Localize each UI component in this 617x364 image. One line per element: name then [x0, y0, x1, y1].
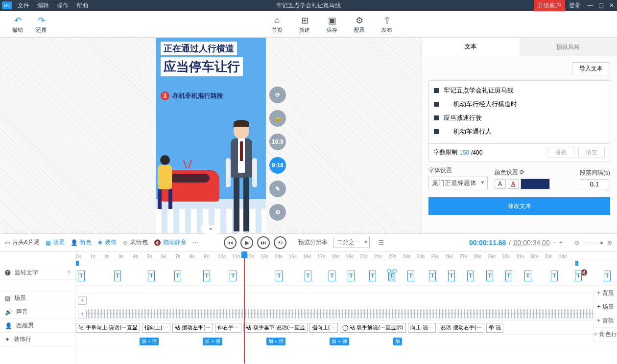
redo-button[interactable]: ↷还原: [29, 15, 53, 34]
menu-edit[interactable]: 编辑: [33, 1, 53, 10]
zoom-out-icon[interactable]: ⊖: [574, 239, 579, 246]
prev-button[interactable]: ⏮: [224, 236, 237, 249]
track-decor-label[interactable]: ✦ 装饰行: [0, 333, 75, 346]
tag-mute[interactable]: 🔇 拖动静音: [154, 238, 187, 247]
track-sound[interactable]: +: [76, 307, 617, 321]
ratio-9-16-button[interactable]: 9:16: [269, 157, 286, 174]
text-item[interactable]: 应当减速行驶: [434, 111, 605, 125]
text-clip[interactable]: T: [448, 271, 455, 281]
layers-icon[interactable]: ☰: [379, 239, 384, 246]
action-clip[interactable]: 站-手掌向上-说话(一直显: [76, 323, 140, 333]
menu-help[interactable]: 帮助: [72, 1, 92, 10]
expand-down-icon[interactable]: ▾: [201, 226, 220, 234]
text-clip[interactable]: T: [369, 271, 376, 281]
publish-button[interactable]: ⇧发布: [375, 15, 399, 34]
tag-scene[interactable]: ▦ 场景: [46, 238, 65, 247]
color-swatch[interactable]: [521, 179, 550, 189]
more-icon[interactable]: ⋯: [192, 239, 198, 246]
text-clip[interactable]: T: [429, 271, 436, 281]
playhead[interactable]: [244, 251, 245, 364]
tag-head-tail[interactable]: ▭ 片头&片尾: [5, 238, 40, 247]
text-clip[interactable]: T: [276, 271, 283, 281]
decor-clip[interactable]: 加 + 强: [140, 338, 159, 345]
add-sound-button[interactable]: +: [78, 310, 87, 318]
action-clip[interactable]: 伸右手⋯: [215, 323, 241, 333]
add-background-button[interactable]: + 背景: [594, 287, 617, 300]
text-clip[interactable]: T: [203, 271, 210, 281]
text-clip[interactable]: T: [524, 271, 531, 281]
import-text-button[interactable]: 导入文本: [572, 62, 610, 75]
decor-clip[interactable]: 加: [393, 338, 402, 345]
login-button[interactable]: 登录: [565, 1, 585, 10]
menu-file[interactable]: 文件: [14, 1, 33, 10]
text-clip[interactable]: T: [305, 271, 311, 281]
add-scene-button[interactable]: +: [78, 296, 87, 305]
home-button[interactable]: ⌂首页: [265, 15, 289, 34]
undo-button[interactable]: ↶撤销: [6, 15, 29, 34]
spacing-input[interactable]: [580, 179, 609, 189]
tag-decor[interactable]: ❖ 装饰: [97, 238, 117, 247]
text-list[interactable]: 牢记五点学会礼让斑马线 机动车行经人行横道时 应当减速行驶 机动车遇行人: [428, 80, 610, 144]
preview-select[interactable]: 二分之一: [333, 237, 370, 248]
track-man-label[interactable]: 👤 西服男: [0, 319, 75, 333]
text-clip[interactable]: T: [174, 271, 181, 281]
add-scene-track-button[interactable]: + 场景: [594, 300, 617, 314]
text-clip[interactable]: T: [486, 271, 493, 281]
menu-action[interactable]: 操作: [53, 1, 72, 10]
track-man[interactable]: 站-手掌向上-说话(一直显指向上(⋯站-摆动左手(一伸右手⋯站-双手垂下-说话(…: [76, 321, 617, 335]
text-clip[interactable]: T: [148, 271, 155, 281]
text-clip[interactable]: T: [551, 271, 558, 281]
text-clip[interactable]: T: [505, 271, 512, 281]
action-clip[interactable]: 拳-说: [486, 323, 504, 333]
lock-button[interactable]: 🔓: [269, 110, 286, 127]
add-audio-track-button[interactable]: + 音轨: [594, 314, 617, 328]
settings-button[interactable]: ⚙: [269, 204, 286, 221]
text-item[interactable]: 牢记五点学会礼让斑马线: [434, 84, 605, 97]
range-start-handle[interactable]: [76, 261, 79, 266]
range-end-handle[interactable]: [575, 261, 578, 266]
text-clip[interactable]: T: [407, 271, 414, 281]
text-clip[interactable]: T: [114, 271, 121, 281]
text-color-a-alt[interactable]: A: [508, 179, 519, 189]
text-clip[interactable]: T: [388, 271, 395, 281]
upgrade-button[interactable]: 升级账户: [534, 0, 565, 11]
config-button[interactable]: ⚙配置: [348, 15, 371, 34]
zoom-slider[interactable]: ────●: [583, 239, 603, 246]
tag-emoji[interactable]: ☺ 表情包: [122, 238, 148, 247]
tracks-area[interactable]: 0s1s2s3s4s5s6s7s8s9s10s11s12s13s14s15s16…: [76, 251, 617, 364]
close-icon[interactable]: ✕: [606, 2, 617, 9]
new-button[interactable]: ⊞新建: [293, 15, 316, 34]
tab-text[interactable]: 文本: [422, 38, 520, 56]
text-clip[interactable]: T: [575, 271, 582, 281]
tab-preset[interactable]: 预设风格: [520, 38, 617, 56]
action-clip[interactable]: 站-摆动左手(一: [172, 323, 213, 333]
track-text[interactable]: TTTTTTTTTTTTTTTTTTTTTT: [76, 266, 617, 286]
video-canvas[interactable]: 正在通过人行横道 应当停车让行 3 在机非机混行路段: [156, 38, 266, 233]
modify-text-button[interactable]: 修改文本: [428, 197, 610, 215]
clear-button[interactable]: 清空: [578, 147, 605, 158]
decor-clip[interactable]: 加 + 强: [266, 338, 285, 345]
zoom-in-icon[interactable]: ⊕: [607, 239, 612, 246]
text-item[interactable]: 机动车行经人行横道时: [434, 97, 605, 111]
add-role-track-button[interactable]: + 角色行: [594, 328, 617, 341]
save-button[interactable]: ▣保存: [320, 15, 344, 34]
loop-button[interactable]: ⟲: [274, 236, 286, 249]
text-clip[interactable]: T: [329, 271, 335, 281]
text-clip[interactable]: T: [230, 271, 237, 281]
time-total[interactable]: 00:00:34.00: [514, 239, 550, 247]
refresh-button[interactable]: ⟳: [269, 87, 286, 103]
replace-button[interactable]: 替换: [548, 147, 574, 158]
text-clip[interactable]: T: [348, 271, 355, 281]
track-sound-label[interactable]: 🔊 声音: [0, 305, 75, 319]
track-text-label[interactable]: 🅣 旋转文字?: [0, 266, 75, 280]
track-scene[interactable]: +: [76, 294, 617, 307]
minimize-icon[interactable]: —: [585, 2, 595, 9]
ratio-16-9-button[interactable]: 16:9: [269, 134, 286, 150]
action-clip[interactable]: 站-双手垂下-说话(一直显: [243, 323, 308, 333]
text-clip[interactable]: T: [467, 271, 474, 281]
action-clip[interactable]: 指向上(⋯: [309, 323, 338, 333]
range-bar[interactable]: [76, 260, 617, 266]
text-color-a[interactable]: A: [495, 179, 506, 189]
next-button[interactable]: ⏭: [257, 236, 270, 249]
action-clip[interactable]: 指向上(⋯: [142, 323, 170, 333]
